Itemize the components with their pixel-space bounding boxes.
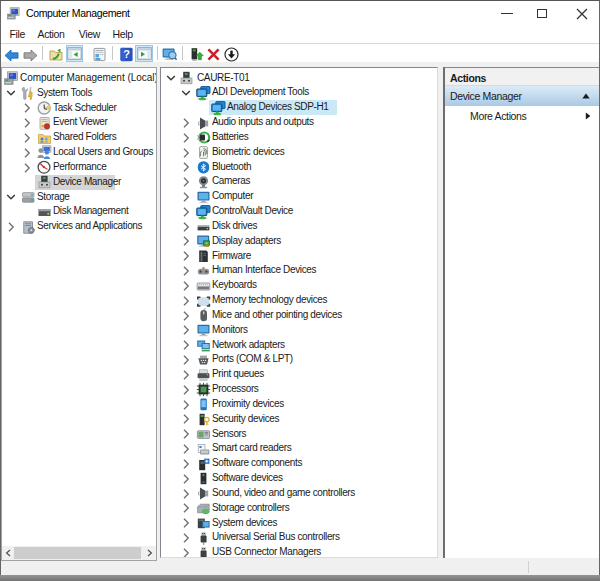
svg-text:?: ? (123, 48, 130, 60)
